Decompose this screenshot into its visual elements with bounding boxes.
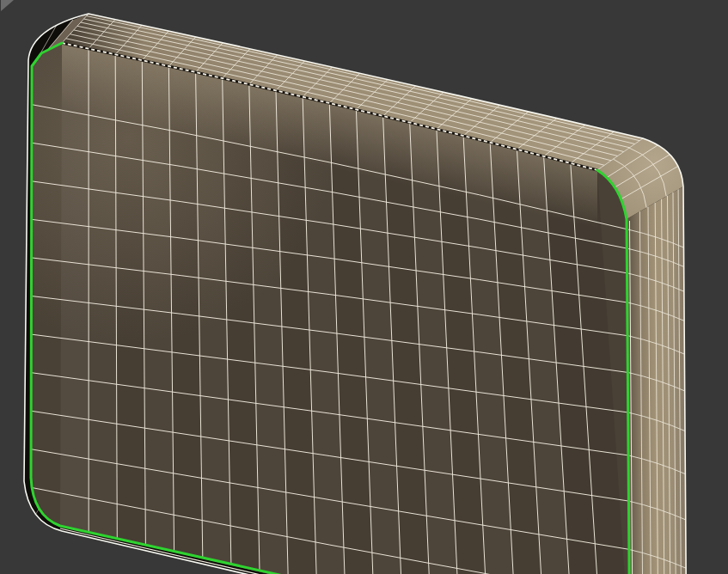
viewport-3d[interactable] — [0, 0, 728, 574]
viewport-canvas[interactable] — [0, 0, 728, 574]
